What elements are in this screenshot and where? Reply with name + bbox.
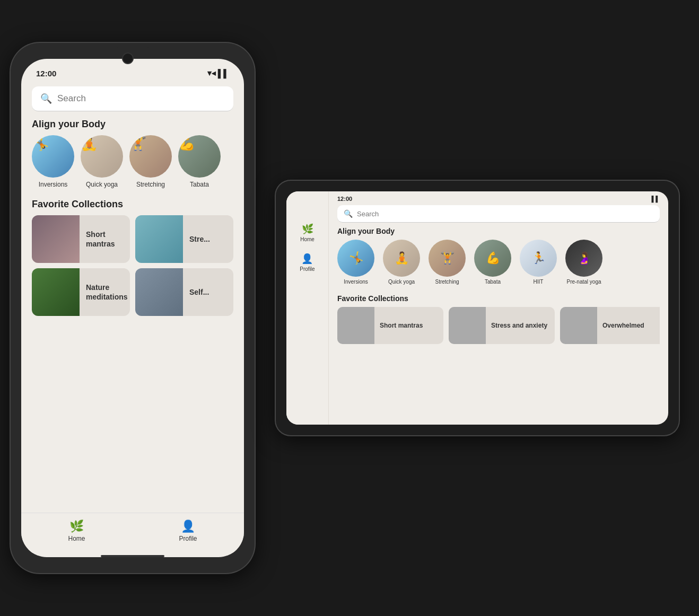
home-icon: 🌿 — [69, 520, 84, 533]
search-bar[interactable]: 🔍 — [32, 86, 233, 111]
collection-stretches[interactable]: Stre... — [135, 215, 233, 263]
tablet-card-img-short-mantras — [337, 307, 374, 344]
tablet-profile-label: Profile — [300, 266, 314, 272]
nav-home-label: Home — [68, 535, 85, 542]
circle-label-tabata: Tabata — [190, 181, 209, 188]
tablet-card-img-overwhelmed — [560, 307, 597, 344]
tablet-status-bar: 12:00 ▌▌ — [337, 196, 660, 202]
phone-screen: 12:00 ▾◂ ▌▌ 🔍 Align your Body 🤸 Inversio… — [21, 59, 244, 557]
collections-section-title: Favorite Collections — [32, 199, 233, 210]
phone-device: 12:00 ▾◂ ▌▌ 🔍 Align your Body 🤸 Inversio… — [11, 43, 255, 573]
tablet-circle-label-inversions: Inversions — [344, 279, 368, 285]
nav-profile[interactable]: 👤 Profile — [179, 520, 197, 542]
collection-self[interactable]: Self... — [135, 268, 233, 316]
tablet-card-label-overwhelmed: Overwhelmed — [597, 322, 650, 329]
tablet-search-bar[interactable]: 🔍 — [337, 205, 660, 223]
tablet-collections-row: Short mantras Stress and anxiety Overwhe… — [337, 307, 660, 344]
tablet-circles-row: 🤸 Inversions 🧘 Quick yoga 🏋️ Stretching … — [337, 240, 660, 288]
screen-content: 🔍 Align your Body 🤸 Inversions 🧘 Quick y… — [21, 81, 244, 513]
tablet-circle-img-quick-yoga: 🧘 — [383, 240, 420, 277]
circle-img-tabata: 💪 — [178, 135, 221, 178]
profile-icon: 👤 — [181, 520, 195, 533]
tablet-sidebar: 🌿 Home 👤 Profile — [286, 191, 329, 425]
tablet-circle-quick-yoga[interactable]: 🧘 Quick yoga — [383, 240, 420, 285]
tablet-profile-icon: 👤 — [301, 253, 313, 265]
circles-row: 🤸 Inversions 🧘 Quick yoga 🏋️ Stretching … — [32, 135, 233, 191]
tablet-nav-home[interactable]: 🌿 Home — [300, 223, 314, 242]
circle-img-inversions: 🤸 — [32, 135, 74, 178]
phone-camera — [122, 52, 134, 64]
circle-img-quick-yoga: 🧘 — [81, 135, 123, 178]
tablet-nav-profile[interactable]: 👤 Profile — [300, 253, 314, 272]
nav-home[interactable]: 🌿 Home — [68, 520, 85, 542]
tablet-status-icons: ▌▌ — [651, 196, 660, 202]
tablet-circle-hiit[interactable]: 🏃 HIIT — [520, 240, 557, 285]
collection-nature-meditations[interactable]: Nature meditations — [32, 268, 130, 316]
tablet-search-input[interactable] — [357, 210, 653, 218]
wifi-icon: ▾◂ — [207, 68, 216, 78]
card-label-short-mantras: Short mantras — [80, 230, 130, 249]
collection-short-mantras[interactable]: Short mantras — [32, 215, 130, 263]
align-section-title: Align your Body — [32, 119, 233, 130]
home-indicator — [101, 555, 164, 557]
card-img-self — [135, 268, 183, 316]
tablet-screen: 🌿 Home 👤 Profile 12:00 ▌▌ 🔍 — [286, 191, 668, 425]
tablet-home-icon: 🌿 — [302, 223, 313, 235]
tablet-circle-label-stretching: Stretching — [435, 279, 459, 285]
tablet-circle-img-tabata: 💪 — [474, 240, 511, 277]
tablet-card-label-short-mantras: Short mantras — [374, 322, 428, 329]
tablet-circle-img-pre-natal: 🤰 — [565, 240, 602, 277]
collections-grid: Short mantras Stre... Nature meditations… — [32, 215, 233, 316]
tablet-collections-title: Favorite Collections — [337, 294, 660, 303]
tablet-circle-img-stretching: 🏋️ — [429, 240, 466, 277]
tablet-time: 12:00 — [337, 196, 352, 202]
status-bar: 12:00 ▾◂ ▌▌ — [21, 59, 244, 81]
card-img-short-mantras — [32, 215, 80, 263]
card-label-stretches: Stre... — [183, 234, 216, 244]
tablet-circle-img-inversions: 🤸 — [337, 240, 374, 277]
tablet-collection-short-mantras[interactable]: Short mantras — [337, 307, 443, 344]
tablet-circle-label-tabata: Tabata — [485, 279, 501, 285]
tablet-circle-label-hiit: HIIT — [534, 279, 544, 285]
tablet-circle-label-pre-natal: Pre-natal yoga — [566, 279, 601, 285]
circle-img-stretching: 🏋️ — [129, 135, 172, 178]
circle-label-quick-yoga: Quick yoga — [86, 181, 118, 188]
tablet-circle-img-hiit: 🏃 — [520, 240, 557, 277]
circle-inversions[interactable]: 🤸 Inversions — [32, 135, 74, 188]
tablet-signal-icon: ▌▌ — [651, 196, 660, 202]
tablet-circle-stretching[interactable]: 🏋️ Stretching — [429, 240, 466, 285]
tablet-home-label: Home — [300, 236, 314, 242]
phone-notch — [117, 43, 148, 50]
tablet-collection-stress[interactable]: Stress and anxiety — [449, 307, 555, 344]
status-time: 12:00 — [36, 69, 56, 78]
tablet-collection-overwhelmed[interactable]: Overwhelmed — [560, 307, 660, 344]
circle-label-inversions: Inversions — [39, 181, 68, 188]
tablet-circle-inversions[interactable]: 🤸 Inversions — [337, 240, 374, 285]
status-icons: ▾◂ ▌▌ — [207, 68, 229, 78]
card-img-stretches — [135, 215, 183, 263]
card-label-self: Self... — [183, 287, 215, 297]
tablet-main-content: 12:00 ▌▌ 🔍 Align your Body 🤸 Inversions … — [329, 191, 668, 425]
search-icon: 🔍 — [40, 93, 52, 104]
tablet-circle-label-quick-yoga: Quick yoga — [388, 279, 415, 285]
nav-profile-label: Profile — [179, 535, 197, 542]
search-input[interactable] — [57, 93, 225, 104]
circle-stretching[interactable]: 🏋️ Stretching — [129, 135, 172, 188]
signal-icon: ▌▌ — [218, 69, 229, 78]
bottom-nav: 🌿 Home 👤 Profile — [21, 513, 244, 553]
circle-tabata[interactable]: 💪 Tabata — [178, 135, 221, 188]
tablet-device: 🌿 Home 👤 Profile 12:00 ▌▌ 🔍 — [276, 181, 679, 435]
tablet-circle-pre-natal[interactable]: 🤰 Pre-natal yoga — [565, 240, 602, 285]
tablet-card-label-stress: Stress and anxiety — [486, 322, 553, 329]
circle-quick-yoga[interactable]: 🧘 Quick yoga — [81, 135, 123, 188]
card-img-nature-meditations — [32, 268, 80, 316]
tablet-align-title: Align your Body — [337, 227, 660, 235]
tablet-circle-tabata[interactable]: 💪 Tabata — [474, 240, 511, 285]
tablet-card-img-stress — [449, 307, 486, 344]
card-label-nature-meditations: Nature meditations — [80, 283, 130, 302]
tablet-search-icon: 🔍 — [344, 209, 353, 218]
circle-label-stretching: Stretching — [136, 181, 165, 188]
